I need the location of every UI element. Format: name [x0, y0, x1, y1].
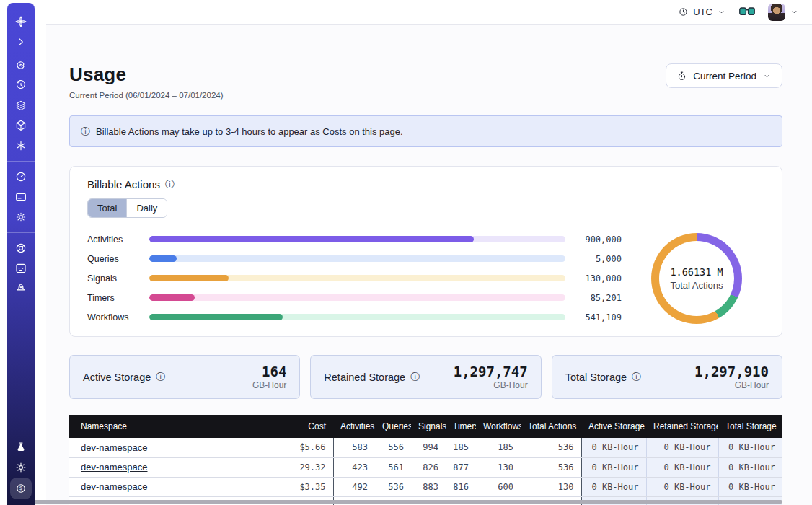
bar-value: 541,109 [565, 312, 622, 322]
storage-unit: GB-Hour [252, 380, 286, 390]
table-cell: 0 KB-Hour [581, 438, 646, 457]
period-dropdown-button[interactable]: Current Period [666, 63, 782, 88]
col-retained-storage: Retained Storage [646, 415, 718, 438]
timezone-label: UTC [693, 6, 712, 17]
table-cell: 130 [476, 457, 521, 477]
dollar-coin-icon[interactable]: $ [10, 478, 32, 499]
table-cell: 536 [521, 438, 581, 457]
info-icon[interactable]: ⓘ [165, 180, 175, 189]
col-queries: Queries [375, 415, 411, 438]
namespace-cell: dev-namespace [69, 438, 271, 457]
table-row: dev-namespace$5.665835569941851855360 KB… [69, 438, 782, 457]
retained-storage-card: Retained Storage ⓘ 1,297,747 GB-Hour [310, 355, 541, 399]
donut-total-value: 1.66131 M [670, 266, 723, 278]
bar-value: 900,000 [565, 234, 622, 245]
table-row: dev-namespace29.324235618268771305360 KB… [69, 457, 782, 477]
storage-unit: GB-Hour [694, 380, 769, 390]
table-cell: 0 KB-Hour [646, 457, 718, 477]
flask-icon[interactable] [10, 437, 32, 457]
table-cell: 994 [411, 438, 446, 457]
info-icon[interactable]: ⓘ [156, 372, 165, 382]
billable-actions-title: Billable Actions [87, 178, 160, 190]
app-viewport: $ UTC Usage Current Period (06/01/2024 –… [0, 0, 812, 505]
usage-table-body: dev-namespace$5.665835569941851855360 KB… [69, 438, 782, 505]
bar-fill [149, 314, 283, 320]
page-title: Usage [69, 63, 224, 86]
namespace-link[interactable]: dev-namespace [81, 462, 148, 473]
col-signals: Signals [411, 415, 446, 438]
col-namespace: Namespace [69, 415, 271, 438]
table-cell: 583 [333, 438, 375, 457]
bar-row: Signals 130,000 [87, 268, 622, 288]
glasses-icon[interactable] [739, 7, 755, 17]
chevron-down-icon [717, 7, 726, 17]
donut-ring: 1.66131 M Total Actions [651, 233, 742, 324]
chevron-right-icon[interactable] [10, 32, 32, 52]
cube-icon[interactable] [10, 115, 32, 136]
storage-label: Active Storage [83, 372, 151, 383]
usage-page: Usage Current Period (06/01/2024 – 07/01… [46, 25, 812, 505]
namespace-cell: dev-namespace [69, 457, 271, 477]
col-total-actions: Total Actions [521, 415, 581, 438]
gauge-icon[interactable] [10, 167, 32, 187]
bar-label: Workflows [87, 312, 149, 322]
lifebuoy-icon[interactable] [10, 238, 32, 258]
col-total-storage: Total Storage [718, 415, 782, 438]
spiral-icon[interactable] [10, 55, 32, 75]
horizontal-scrollbar[interactable] [23, 500, 782, 504]
sidebar-divider [7, 161, 35, 162]
table-cell: 185 [446, 438, 476, 457]
history-clock-icon[interactable] [10, 75, 32, 95]
bar-row: Activities 900,000 [87, 229, 622, 249]
credit-card-icon[interactable] [10, 187, 32, 207]
sun-icon[interactable] [10, 457, 32, 478]
bar-label: Timers [87, 293, 149, 303]
table-cell: 423 [333, 457, 375, 477]
bar-fill [149, 236, 474, 242]
table-cell: 826 [411, 457, 446, 477]
terminal-icon[interactable] [10, 258, 32, 278]
storage-label: Total Storage [565, 372, 627, 383]
tab-total[interactable]: Total [88, 199, 126, 217]
stopwatch-icon [676, 71, 687, 82]
clock-icon [678, 6, 689, 17]
timezone-dropdown[interactable]: UTC [678, 6, 726, 17]
storage-value: 1,297,747 [454, 364, 528, 379]
topbar: UTC [46, 0, 812, 25]
avatar [768, 4, 785, 21]
bar-value: 130,000 [565, 273, 622, 284]
account-menu[interactable] [768, 4, 799, 21]
info-icon[interactable]: ⓘ [410, 372, 420, 382]
billable-actions-tabs: Total Daily [87, 198, 167, 218]
gear-icon[interactable] [10, 207, 32, 227]
rocket-icon[interactable] [10, 278, 32, 299]
pinwheel-logo-icon[interactable] [10, 12, 32, 32]
chevron-down-icon [762, 71, 772, 81]
info-icon[interactable]: ⓘ [632, 372, 641, 382]
namespace-cell: dev-namespace [69, 477, 271, 496]
col-workflows: Workflows [476, 415, 521, 438]
table-cell: 130 [521, 477, 581, 496]
table-cell: 561 [375, 457, 411, 477]
storage-unit: GB-Hour [454, 380, 528, 390]
table-cell: 0 KB-Hour [646, 477, 718, 496]
table-cell: 0 KB-Hour [718, 438, 782, 457]
layers-icon[interactable] [10, 95, 32, 115]
namespace-link[interactable]: dev-namespace [81, 442, 148, 453]
asterisk-icon[interactable] [10, 136, 32, 156]
table-cell: $5.66 [271, 438, 333, 457]
sidebar: $ [7, 3, 35, 505]
chevron-down-icon [790, 7, 799, 17]
namespace-link[interactable]: dev-namespace [81, 481, 148, 492]
bar-value: 5,000 [565, 254, 622, 264]
table-row: dev-namespace$3.354925368838166001300 KB… [69, 477, 782, 496]
table-cell: 0 KB-Hour [581, 477, 646, 496]
tab-daily[interactable]: Daily [126, 199, 167, 217]
table-cell: 0 KB-Hour [718, 457, 782, 477]
bar-track [149, 255, 565, 262]
table-cell: 883 [411, 477, 446, 496]
bar-track [149, 236, 565, 242]
table-cell: 536 [375, 477, 411, 496]
table-cell: 877 [446, 457, 476, 477]
storage-value: 164 [252, 364, 286, 379]
